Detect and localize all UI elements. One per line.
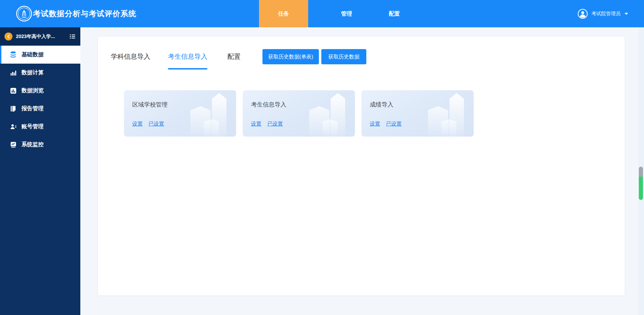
- sidebar-item-label: 报告管理: [21, 105, 44, 112]
- sidebar-item-basic-data[interactable]: 基础数据: [0, 46, 80, 64]
- fetch-history-button[interactable]: 获取历史数据: [321, 49, 366, 64]
- task-card-links: 设置 已设置: [132, 121, 164, 127]
- back-button[interactable]: [5, 33, 12, 40]
- task-card-student-import: 考生信息导入 设置 已设置: [243, 90, 355, 137]
- report-icon: [9, 105, 17, 112]
- user-menu[interactable]: 考试院管理员: [578, 0, 628, 27]
- header-tab-config[interactable]: 配置: [370, 0, 419, 27]
- scroll-progress-indicator: [639, 177, 643, 200]
- tab-config[interactable]: 配置: [227, 53, 241, 61]
- database-icon: [9, 51, 17, 58]
- screen: TAEA 考试数据分析与考试评价系统 任务 管理 配置 考试院管理员: [0, 0, 644, 315]
- sidebar-item-system-monitor[interactable]: 系统监控: [0, 136, 80, 154]
- task-card-links: 设置 已设置: [251, 121, 283, 127]
- svg-text:TAEA: TAEA: [22, 16, 27, 18]
- task-card-title: 成绩导入: [370, 101, 393, 109]
- tab-student-info-import[interactable]: 考生信息导入: [168, 53, 207, 61]
- chevron-down-icon: [625, 13, 628, 15]
- settings-link[interactable]: 设置: [251, 121, 261, 127]
- task-card-row: 区域学校管理 设置 已设置 考生信息导入 设置 已设置: [124, 90, 474, 137]
- project-title: 2023年高中入学...: [16, 34, 66, 40]
- project-selector: 2023年高中入学...: [0, 27, 80, 46]
- app-title: 考试数据分析与考试评价系统: [33, 0, 136, 27]
- scrollbar-thumb[interactable]: [639, 167, 643, 200]
- configured-link[interactable]: 已设置: [386, 121, 402, 127]
- sidebar: 2023年高中入学... 基础数据: [0, 27, 80, 315]
- content-card: 学科信息导入 考生信息导入 配置 获取历史数据(单表) 获取历史数据 区域学校管…: [98, 37, 625, 295]
- configured-link[interactable]: 已设置: [267, 121, 283, 127]
- column-chart-icon: [9, 69, 17, 76]
- settings-link[interactable]: 设置: [132, 121, 143, 127]
- task-card-title: 区域学校管理: [132, 101, 168, 109]
- sidebar-item-label: 数据浏览: [21, 87, 44, 94]
- app-header: TAEA 考试数据分析与考试评价系统 任务 管理 配置 考试院管理员: [0, 0, 644, 27]
- sidebar-item-data-browse[interactable]: 数据浏览: [0, 82, 80, 100]
- header-tab-tasks[interactable]: 任务: [259, 0, 308, 27]
- fetch-history-single-table-button[interactable]: 获取历史数据(单表): [262, 49, 319, 64]
- user-name: 考试院管理员: [591, 11, 620, 17]
- task-card-region-school: 区域学校管理 设置 已设置: [124, 90, 236, 137]
- building-illustration: [441, 119, 456, 137]
- sidebar-item-label: 系统监控: [21, 141, 44, 148]
- sidebar-item-label: 基础数据: [21, 51, 44, 58]
- header-tab-management[interactable]: 管理: [322, 0, 371, 27]
- task-card-links: 设置 已设置: [370, 121, 402, 127]
- task-card-score-import: 成绩导入 设置 已设置: [361, 90, 474, 137]
- user-avatar-icon: [578, 9, 588, 19]
- tab-subject-info-import[interactable]: 学科信息导入: [111, 53, 150, 61]
- sidebar-item-label: 数据计算: [21, 69, 44, 76]
- monitor-icon: [9, 141, 17, 148]
- sidebar-item-report-mgmt[interactable]: 报告管理: [0, 100, 80, 118]
- building-illustration: [204, 119, 219, 137]
- sidebar-item-data-calc[interactable]: 数据计算: [0, 64, 80, 82]
- configured-link[interactable]: 已设置: [149, 121, 164, 127]
- settings-link[interactable]: 设置: [370, 121, 380, 127]
- sidebar-item-account-mgmt[interactable]: 账号管理: [0, 118, 80, 136]
- app-logo-icon: TAEA: [16, 6, 32, 22]
- list-icon[interactable]: [69, 33, 76, 40]
- chevron-left-icon: [7, 35, 10, 38]
- building-illustration: [323, 119, 338, 137]
- task-card-title: 考生信息导入: [251, 101, 286, 109]
- sidebar-item-label: 账号管理: [21, 123, 44, 130]
- account-icon: [9, 123, 17, 130]
- sidebar-menu: 基础数据 数据计算: [0, 46, 80, 154]
- chart-panel-icon: [9, 87, 17, 94]
- tab-bar: 学科信息导入 考生信息导入 配置 获取历史数据(单表) 获取历史数据: [98, 37, 625, 71]
